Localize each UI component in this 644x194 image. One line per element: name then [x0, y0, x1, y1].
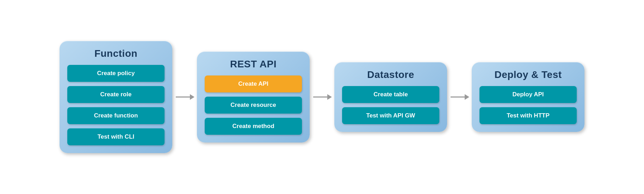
diagram-container: FunctionCreate policyCreate roleCreate f… — [45, 34, 599, 160]
btn-create-method[interactable]: Create method — [205, 118, 302, 135]
btn-create-api[interactable]: Create API — [205, 75, 302, 92]
arrow-0 — [172, 90, 197, 104]
panel-title-datastore: Datastore — [342, 69, 439, 80]
panel-title-rest-api: REST API — [205, 59, 302, 70]
panel-function: FunctionCreate policyCreate roleCreate f… — [60, 41, 172, 153]
btn-deploy-api[interactable]: Deploy API — [479, 86, 577, 103]
panel-rest-api: REST APICreate APICreate resourceCreate … — [197, 51, 310, 143]
arrow-2 — [447, 90, 472, 104]
btn-test-with-http[interactable]: Test with HTTP — [479, 107, 577, 124]
btn-create-function[interactable]: Create function — [67, 107, 165, 124]
btn-create-resource[interactable]: Create resource — [205, 97, 302, 114]
btn-create-policy[interactable]: Create policy — [67, 65, 165, 82]
btn-create-role[interactable]: Create role — [67, 86, 165, 103]
btn-test-with-cli[interactable]: Test with CLI — [67, 128, 165, 145]
arrow-1 — [310, 90, 334, 104]
panel-datastore: DatastoreCreate tableTest with API GW — [334, 62, 447, 132]
svg-marker-1 — [190, 94, 194, 100]
btn-create-table[interactable]: Create table — [342, 86, 439, 103]
svg-marker-3 — [327, 94, 332, 100]
panel-title-function: Function — [67, 48, 165, 59]
panel-deploy-test: Deploy & TestDeploy APITest with HTTP — [472, 62, 584, 132]
panel-title-deploy-test: Deploy & Test — [479, 69, 577, 80]
svg-marker-5 — [465, 94, 469, 100]
btn-test-with-api-gw[interactable]: Test with API GW — [342, 107, 439, 124]
